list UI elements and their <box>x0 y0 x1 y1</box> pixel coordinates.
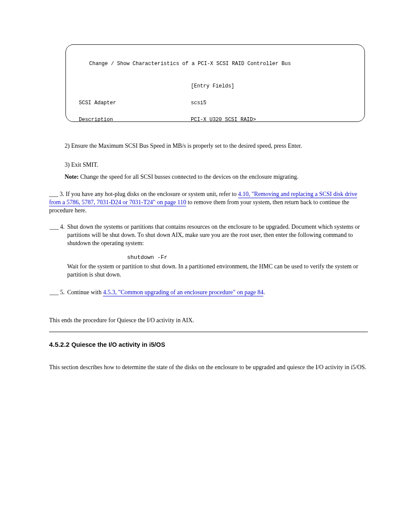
step-5-marker: ___ 5. <box>49 289 65 297</box>
smit-title: Change / Show Characteristics of a PCI-X… <box>79 61 352 67</box>
entry-fields-label: [Entry Fields] <box>191 84 234 89</box>
heading-4-5-2-2: 4.5.2.2 Quiesce the I/O activity in i5/O… <box>49 340 368 349</box>
step-3: ___ 3. If you have any hot-plug disks on… <box>49 190 368 215</box>
field-row: SCSI Adapterscsi5 <box>79 100 352 106</box>
step-4-text-b: Wait for the system or partition to shut… <box>67 263 369 279</box>
step-4-text: Shut down the systems or partitions that… <box>67 223 369 248</box>
step-4-marker: ___ 4. <box>49 223 65 231</box>
step-5-text: Continue with 4.5.3, "Common upgrading o… <box>67 289 369 297</box>
procedure-end: This ends the procedure for Quiesce the … <box>49 317 368 325</box>
section-intro: This section describes how to determine … <box>49 364 368 372</box>
shutdown-command: shutdown -Fr <box>127 254 168 261</box>
section-rule <box>49 332 368 332</box>
smit-panel: Change / Show Characteristics of a PCI-X… <box>65 44 365 122</box>
xref-link[interactable]: 4.5.3, "Common upgrading of an enclosure… <box>103 289 263 296</box>
note: Note: Change the speed for all SCSI buss… <box>65 173 366 181</box>
field-row: DescriptionPCI-X U320 SCSI RAID> <box>79 117 352 122</box>
substep-3: 3) Exit SMIT. <box>65 161 366 169</box>
substep-2: 2) Ensure the Maximum SCSI Bus Speed in … <box>65 142 366 150</box>
